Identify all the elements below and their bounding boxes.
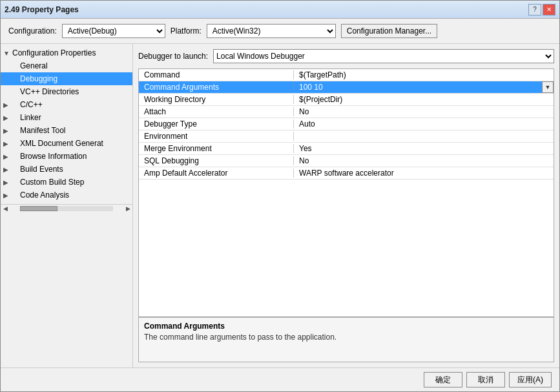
window-title: 2.49 Property Pages [5,5,79,14]
sidebar-item-label-manifest-tool: Manifest Tool [20,126,65,135]
expand-icon-debugging [3,76,11,83]
prop-value-working-dir: $(ProjectDir) [294,95,554,104]
title-bar-left: 2.49 Property Pages [5,5,79,14]
sidebar-scroll-thumb[interactable] [20,206,57,211]
scroll-left-arrow[interactable]: ◀ [1,205,10,212]
prop-value-merge-env: Yes [294,144,554,153]
config-select[interactable]: Active(Debug) [62,24,165,38]
sidebar-item-label-xml-doc: XML Document Generat [20,139,103,148]
scroll-right-arrow[interactable]: ▶ [123,205,132,212]
config-label: Configuration: [8,26,57,36]
prop-name-command: Command [139,70,294,79]
toolbar: Configuration: Active(Debug) Platform: A… [1,19,559,44]
prop-value-command: $(TargetPath) [294,70,554,79]
sidebar-item-browse-info[interactable]: ▶ Browse Information [1,150,132,163]
expand-icon-config-props: ▼ [3,50,11,57]
expand-icon-general [3,63,11,70]
prop-dropdown-button[interactable]: ▼ [542,81,554,93]
expand-icon-code-analysis: ▶ [3,192,11,199]
sidebar-item-c-cpp[interactable]: ▶ C/C++ [1,98,132,111]
properties-table: Command $(TargetPath) Command Arguments … [139,69,554,316]
cancel-button[interactable]: 取消 [466,372,505,387]
sidebar-item-label-debugging: Debugging [20,74,57,83]
sidebar-item-label-general: General [20,61,48,70]
prop-name-attach: Attach [139,107,294,116]
sidebar-item-linker[interactable]: ▶ Linker [1,111,132,124]
config-manager-button[interactable]: Configuration Manager... [341,24,437,38]
sidebar-item-label-linker: Linker [20,113,41,122]
debugger-label: Debugger to launch: [138,52,208,61]
prop-value-sql-debug: No [294,156,554,165]
sidebar-scroll-track [20,206,113,211]
description-panel: Command Arguments The command line argum… [139,316,554,362]
prop-name-environment: Environment [139,132,294,141]
sidebar-item-label-config-props: Configuration Properties [12,48,96,57]
sidebar-item-label-c-cpp: C/C++ [20,100,43,109]
prop-name-debugger-type: Debugger Type [139,119,294,129]
sidebar-item-label-code-analysis: Code Analysis [20,191,69,200]
description-text: The command line arguments to pass to th… [144,333,548,342]
sidebar-item-general[interactable]: General [1,59,132,72]
prop-name-amp-accel: Amp Default Accelerator [139,169,294,178]
prop-name-command-args: Command Arguments [139,83,294,92]
sidebar-item-label-browse-info: Browse Information [20,152,87,161]
sidebar-item-config-props[interactable]: ▼ Configuration Properties [1,46,132,59]
platform-select[interactable]: Active(Win32) [207,24,336,38]
sidebar-item-label-custom-build: Custom Build Step [20,178,84,187]
sidebar-item-xml-doc[interactable]: ▶ XML Document Generat [1,137,132,150]
properties-container: Command $(TargetPath) Command Arguments … [138,68,554,362]
prop-row-working-dir[interactable]: Working Directory $(ProjectDir) [139,94,554,106]
expand-icon-browse-info: ▶ [3,153,11,160]
sidebar-item-code-analysis[interactable]: ▶ Code Analysis [1,189,132,201]
sidebar-item-vc-dirs[interactable]: VC++ Directories [1,85,132,98]
prop-name-merge-env: Merge Environment [139,144,294,153]
sidebar-item-label-vc-dirs: VC++ Directories [20,87,79,96]
sidebar: ▼ Configuration Properties General Debug… [1,44,133,204]
expand-icon-c-cpp: ▶ [3,101,11,108]
sidebar-item-label-build-events: Build Events [20,165,63,174]
prop-row-debugger-type[interactable]: Debugger Type Auto [139,118,554,130]
sidebar-item-manifest-tool[interactable]: ▶ Manifest Tool [1,124,132,137]
prop-row-merge-env[interactable]: Merge Environment Yes [139,143,554,155]
prop-value-debugger-type: Auto [294,119,554,129]
expand-icon-linker: ▶ [3,114,11,121]
prop-row-environment[interactable]: Environment [139,130,554,143]
platform-label: Platform: [171,26,202,36]
ok-button[interactable]: 确定 [424,372,462,387]
close-button[interactable]: ✕ [543,4,555,15]
right-panel: Debugger to launch: Local Windows Debugg… [133,44,559,367]
expand-icon-custom-build: ▶ [3,179,11,186]
title-buttons: ? ✕ [528,4,555,15]
prop-value-attach: No [294,107,554,116]
description-title: Command Arguments [144,322,548,331]
bottom-buttons: 确定 取消 应用(A) [1,367,559,391]
sidebar-item-debugging[interactable]: Debugging [1,72,132,85]
prop-name-working-dir: Working Directory [139,95,294,104]
help-button[interactable]: ? [528,4,541,15]
property-pages-window: 2.49 Property Pages ? ✕ Configuration: A… [0,0,560,392]
prop-row-sql-debug[interactable]: SQL Debugging No [139,155,554,167]
sidebar-scrollbar[interactable]: ◀ ▶ [1,204,132,212]
prop-row-command[interactable]: Command $(TargetPath) [139,69,554,81]
prop-row-amp-accel[interactable]: Amp Default Accelerator WARP software ac… [139,167,554,180]
prop-row-attach[interactable]: Attach No [139,106,554,118]
main-content: ▼ Configuration Properties General Debug… [1,44,559,367]
sidebar-item-custom-build[interactable]: ▶ Custom Build Step [1,176,132,189]
expand-icon-vc-dirs [3,88,11,96]
prop-value-command-args: 100 10 [294,83,542,92]
expand-icon-manifest-tool: ▶ [3,127,11,134]
prop-row-command-args[interactable]: Command Arguments 100 10 ▼ [139,81,554,94]
sidebar-wrapper: ▼ Configuration Properties General Debug… [1,44,133,367]
sidebar-item-build-events[interactable]: ▶ Build Events [1,163,132,176]
expand-icon-xml-doc: ▶ [3,140,11,147]
apply-button[interactable]: 应用(A) [509,372,552,387]
debugger-row: Debugger to launch: Local Windows Debugg… [138,49,554,63]
expand-icon-build-events: ▶ [3,166,11,173]
title-bar: 2.49 Property Pages ? ✕ [1,1,559,19]
debugger-select[interactable]: Local Windows Debugger [213,49,554,63]
prop-name-sql-debug: SQL Debugging [139,156,294,165]
prop-value-amp-accel: WARP software accelerator [294,169,554,178]
